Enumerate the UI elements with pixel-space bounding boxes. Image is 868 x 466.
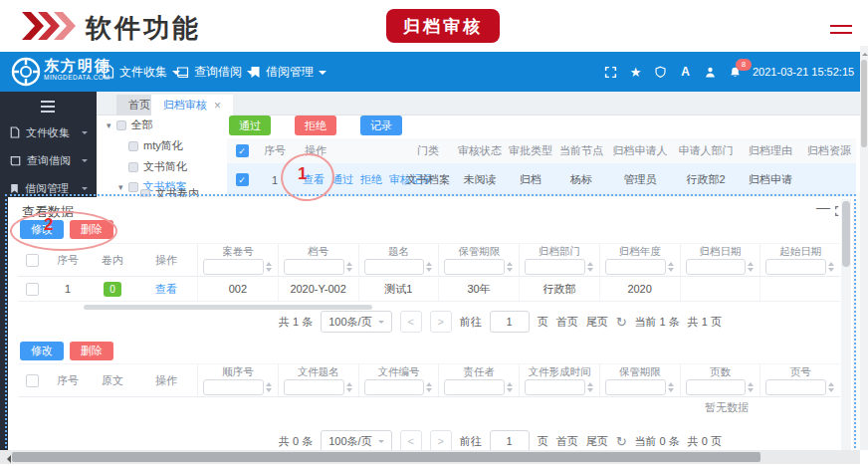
caret-down-icon[interactable]: ▾: [107, 120, 111, 130]
close-icon[interactable]: ×: [214, 99, 221, 113]
filter-input[interactable]: [444, 259, 505, 275]
sort-icons[interactable]: [266, 262, 273, 272]
delete-button[interactable]: 删除: [70, 220, 113, 239]
row-action-link[interactable]: 查看: [303, 173, 325, 185]
nav-item-query-borrow[interactable]: 查询借阅: [176, 52, 255, 92]
next-page-button[interactable]: >: [430, 311, 452, 333]
page-number-input[interactable]: [490, 311, 530, 333]
sidebar-item-query-borrow[interactable]: 查询借阅: [0, 147, 97, 173]
column-label: 申请人部门: [673, 143, 739, 158]
prev-page-button[interactable]: <: [400, 430, 422, 452]
page-number-input[interactable]: [490, 430, 530, 452]
column-label: 当前节点: [555, 143, 607, 158]
select-all-checkbox[interactable]: [26, 254, 39, 267]
next-page-button[interactable]: >: [430, 430, 452, 452]
tree-node-mty[interactable]: mty简化: [128, 138, 183, 153]
sort-icons[interactable]: [748, 262, 755, 272]
sort-icons[interactable]: [668, 262, 675, 272]
last-page-link[interactable]: 尾页: [586, 434, 608, 449]
page-size-select[interactable]: 100条/页: [321, 430, 391, 452]
hamburger-icon[interactable]: [41, 101, 55, 116]
first-page-link[interactable]: 首页: [556, 434, 578, 449]
tree-node-root[interactable]: ▾ 全部: [107, 117, 153, 132]
view-link[interactable]: 查看: [155, 282, 177, 297]
filter-input[interactable]: [364, 259, 425, 275]
star-icon[interactable]: ★: [628, 65, 643, 80]
fullscreen-icon[interactable]: [603, 65, 618, 80]
tab-archive-audit[interactable]: 归档审核 ×: [151, 95, 233, 116]
table-hscroll-thumb[interactable]: [84, 305, 372, 310]
filter-input[interactable]: [686, 259, 747, 275]
select-all-checkbox[interactable]: [26, 374, 39, 387]
sort-icons[interactable]: [507, 382, 514, 392]
filter-input[interactable]: [203, 259, 264, 275]
banner-badge: 归档审核: [386, 9, 500, 43]
page-hscrollbar[interactable]: [0, 450, 860, 464]
row-checkbox[interactable]: [26, 283, 39, 296]
edit-button[interactable]: 修改: [20, 220, 64, 239]
row-cells: 文书档案未阅读归档杨标管理员行政部2归档申请: [402, 172, 856, 187]
caret-down-icon[interactable]: ▾: [118, 182, 123, 192]
bell-icon[interactable]: 8: [728, 65, 743, 80]
header-right-tools: ★ A 8 2021-03-21 15:52:15 你好 部门负责: [603, 52, 860, 92]
edit-button[interactable]: 修改: [20, 342, 64, 360]
filter-input[interactable]: [203, 379, 264, 395]
refresh-icon[interactable]: ↻: [616, 434, 627, 449]
first-page-link[interactable]: 首页: [556, 315, 578, 330]
approve-button[interactable]: 通过: [229, 116, 271, 135]
pagination-2: 共 0 条 100条/页 < > 前往 页 首页 尾页 ↻ 当前 0 条 共 0…: [279, 430, 722, 452]
scroll-up-arrow[interactable]: [862, 50, 868, 56]
tree-node-doc-simplified[interactable]: 文书简化: [128, 159, 187, 174]
row-action-link[interactable]: 通过: [331, 173, 353, 185]
filter-column: 起始日期: [760, 244, 840, 276]
sort-icons[interactable]: [346, 262, 353, 272]
page-vscrollbar[interactable]: [860, 46, 868, 450]
sort-icons[interactable]: [346, 382, 353, 392]
vscroll-thumb[interactable]: [861, 60, 867, 147]
filter-input[interactable]: [284, 259, 344, 275]
filter-input[interactable]: [284, 379, 344, 395]
volume-table-row[interactable]: 1 0 查看 0022020-Y-002测试130年行政部2020: [18, 277, 840, 302]
filter-input[interactable]: [605, 259, 666, 275]
shield-icon[interactable]: [653, 65, 668, 80]
filter-input[interactable]: [605, 379, 666, 395]
record-button[interactable]: 记录: [360, 116, 402, 135]
nav-item-file-collect[interactable]: 文件收集: [103, 52, 180, 92]
sort-icons[interactable]: [748, 382, 755, 392]
filter-input[interactable]: [765, 259, 826, 275]
row-checkbox[interactable]: ✓: [236, 173, 249, 186]
audit-table-row[interactable]: ✓ 1 查看通过拒绝审核记录 文书档案未阅读归档杨标管理员行政部2归档申请: [227, 163, 856, 196]
filter-input[interactable]: [686, 379, 747, 395]
delete-button[interactable]: 删除: [70, 342, 113, 360]
filter-input[interactable]: [525, 379, 585, 395]
user-icon[interactable]: [703, 65, 718, 80]
sort-icons[interactable]: [426, 262, 433, 272]
refresh-icon[interactable]: ↻: [616, 315, 627, 330]
page-size-select[interactable]: 100条/页: [321, 311, 391, 333]
font-size-icon[interactable]: A: [678, 65, 693, 80]
minimize-icon[interactable]: —: [816, 199, 830, 215]
sort-icons[interactable]: [507, 262, 514, 272]
sort-icons[interactable]: [426, 382, 433, 392]
sort-icons[interactable]: [668, 382, 675, 392]
notification-badge: 8: [736, 59, 752, 71]
sort-icons[interactable]: [587, 382, 594, 392]
filter-input[interactable]: [444, 379, 505, 395]
filter-input[interactable]: [765, 379, 826, 395]
sort-icons[interactable]: [828, 262, 835, 272]
row-action-link[interactable]: 拒绝: [360, 173, 382, 185]
select-all-checkbox[interactable]: ✓: [236, 144, 249, 157]
modal-vscrollbar[interactable]: [841, 199, 851, 450]
hscroll-thumb[interactable]: [12, 452, 760, 462]
last-page-link[interactable]: 尾页: [586, 315, 608, 330]
filter-input[interactable]: [525, 259, 585, 275]
nav-item-borrow-manage[interactable]: 借阅管理: [250, 52, 326, 92]
sort-icons[interactable]: [828, 382, 835, 392]
sidebar-item-file-collect[interactable]: 文件收集: [0, 119, 97, 145]
filter-input[interactable]: [364, 379, 425, 395]
sort-icons[interactable]: [266, 382, 273, 392]
reject-button[interactable]: 拒绝: [295, 116, 336, 135]
prev-page-button[interactable]: <: [400, 311, 422, 333]
scroll-left-arrow[interactable]: [3, 455, 11, 463]
sort-icons[interactable]: [587, 262, 594, 272]
